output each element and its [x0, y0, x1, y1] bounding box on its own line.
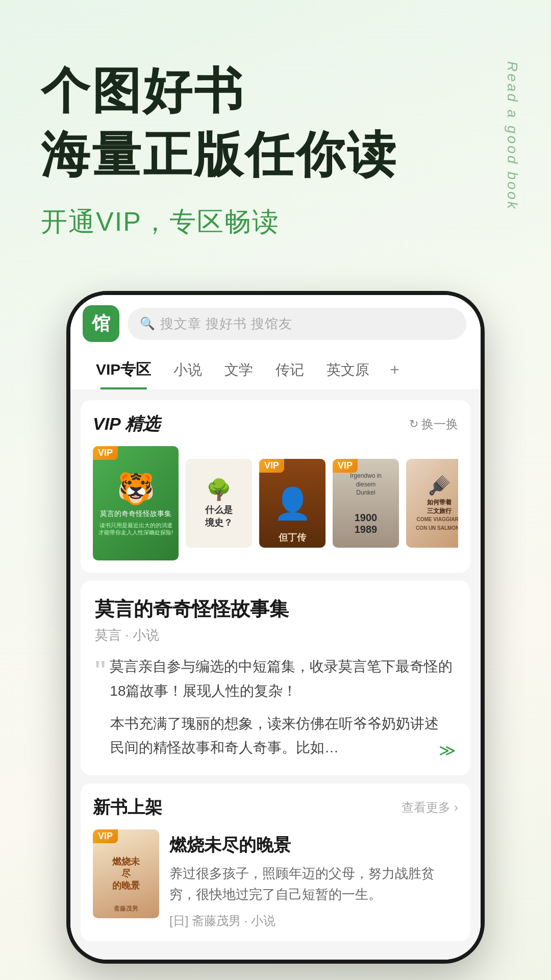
book-1-title: 莫言的奇奇怪怪故事集 — [100, 509, 171, 518]
content-area: VIP 精选 ↻ 换一换 VIP 🐯 莫言 — [70, 390, 481, 960]
featured-desc-1: 莫言亲自参与编选的中短篇集，收录莫言笔下最奇怪的18篇故事！展现人性的复杂！ — [95, 654, 456, 703]
book-4-years: 19001989 — [355, 512, 378, 535]
new-books-header: 新书上架 查看更多 › — [93, 796, 458, 819]
hero-title-sub: 海量正版任你读 — [41, 125, 510, 184]
featured-book-description: " 莫言亲自参与编选的中短篇集，收录莫言笔下最奇怪的18篇故事！展现人性的复杂！ — [95, 654, 456, 703]
hero-section: 个图好书 海量正版任你读 开通VIP，专区畅读 Read a good book — [0, 0, 551, 271]
quote-mark-icon: " — [95, 659, 106, 684]
app-topbar: 馆 🔍 搜文章 搜好书 搜馆友 — [70, 295, 481, 350]
vip-badge-3: VIP — [259, 459, 284, 473]
featured-desc-row: 本书充满了瑰丽的想象，读来仿佛在听爷爷奶奶讲述民间的精怪故事和奇人奇事。比如… … — [95, 712, 456, 760]
vip-badge-4: VIP — [333, 459, 358, 473]
new-books-title: 新书上架 — [93, 796, 162, 819]
new-book-author-overlay: 斋藤茂男 — [96, 904, 156, 913]
phone-mockup: 馆 🔍 搜文章 搜好书 搜馆友 VIP专区 小说 文学 传记 英文原 + — [66, 291, 485, 964]
book-cover-5[interactable]: 🪮 如何带着三文旅行COME VIAGGIARECON UN SALMONE — [406, 459, 458, 548]
book-cover-1[interactable]: VIP 🐯 莫言的奇奇怪怪故事集 读书只用是最近出大的的消遣才能带你走入人性深幽… — [93, 446, 179, 560]
tab-english[interactable]: 英文原 — [315, 351, 381, 389]
new-book-author-text: [日] 斋藤茂男 · 小说 — [169, 913, 458, 929]
tab-literature[interactable]: 文学 — [213, 351, 264, 389]
new-book-title-overlay: 燃烧未尽的晚景 — [110, 856, 143, 892]
new-book-info: 燃烧未尽的晚景 养过很多孩子，照顾年迈的父母，努力战胜贫穷，很快地过完了自己短暂… — [169, 829, 458, 929]
vip-books-row: VIP 🐯 莫言的奇奇怪怪故事集 读书只用是最近出大的的消遣才能带你走入人性深幽… — [93, 446, 458, 560]
vip-section-title: VIP 精选 — [93, 412, 160, 436]
tab-add-button[interactable]: + — [385, 351, 405, 388]
comb-icon: 🪮 — [428, 475, 451, 496]
side-decorative-text: Read a good book — [504, 61, 520, 211]
featured-book-title[interactable]: 莫言的奇奇怪怪故事集 — [95, 596, 456, 622]
refresh-button[interactable]: ↻ 换一换 — [409, 416, 458, 432]
expand-icon[interactable]: ≫ — [439, 741, 456, 760]
new-books-section: 新书上架 查看更多 › VIP 燃烧未尽的晚景 斋藤茂男 — [81, 783, 470, 941]
phone-screen: 馆 🔍 搜文章 搜好书 搜馆友 VIP专区 小说 文学 传记 英文原 + — [70, 295, 481, 960]
search-bar[interactable]: 🔍 搜文章 搜好书 搜馆友 — [128, 308, 466, 340]
featured-book-section: 莫言的奇奇怪怪故事集 莫言 · 小说 " 莫言亲自参与编选的中短篇集，收录莫言笔… — [81, 581, 470, 775]
app-logo-text: 馆 — [92, 311, 110, 336]
tree-icon: 🌳 — [206, 478, 232, 502]
refresh-label: 换一换 — [421, 416, 458, 432]
see-more-button[interactable]: 查看更多 › — [402, 799, 458, 816]
book-5-title: 如何带着三文旅行COME VIAGGIARECON UN SALMONE — [416, 498, 458, 532]
new-book-vip-badge: VIP — [93, 829, 118, 843]
book-cover-3[interactable]: VIP 👤 但丁传 — [259, 459, 325, 548]
vip-section-header: VIP 精选 ↻ 换一换 — [93, 412, 458, 436]
featured-book-author: 莫言 · 小说 — [95, 626, 456, 644]
tabs-bar: VIP专区 小说 文学 传记 英文原 + — [70, 350, 481, 390]
book-cover-4[interactable]: VIP Irgendwo indiesemDunkel 19001989 — [333, 459, 399, 548]
book-3-title: 但丁传 — [259, 531, 325, 544]
tab-vip[interactable]: VIP专区 — [85, 350, 162, 389]
new-book-cover: VIP 燃烧未尽的晚景 斋藤茂男 — [93, 829, 159, 918]
book-4-subtitle: Irgendwo indiesemDunkel — [350, 472, 382, 497]
tab-biography[interactable]: 传记 — [264, 351, 315, 389]
vip-section: VIP 精选 ↻ 换一换 VIP 🐯 莫言 — [81, 400, 470, 573]
vip-badge-1: VIP — [93, 446, 118, 460]
book-1-subtitle: 读书只用是最近出大的的消遣才能带你走入人性深幽处探险! — [98, 522, 173, 536]
featured-desc-2: 本书充满了瑰丽的想象，读来仿佛在听爷爷奶奶讲述民间的精怪故事和奇人奇事。比如… — [110, 712, 439, 760]
search-placeholder: 搜文章 搜好书 搜馆友 — [160, 315, 292, 333]
new-book-main-title: 燃烧未尽的晚景 — [169, 834, 458, 857]
book-2-title: 什么是境史？ — [205, 504, 233, 529]
refresh-icon: ↻ — [409, 418, 418, 431]
search-icon: 🔍 — [140, 316, 155, 331]
app-logo: 馆 — [83, 305, 119, 342]
tab-novel[interactable]: 小说 — [162, 351, 213, 389]
phone-mockup-wrapper: 馆 🔍 搜文章 搜好书 搜馆友 VIP专区 小说 文学 传记 英文原 + — [0, 291, 551, 964]
hero-title-main: 个图好书 — [41, 61, 510, 120]
new-book-item[interactable]: VIP 燃烧未尽的晚景 斋藤茂男 燃烧未尽的晚景 养过很多孩子，照顾年迈的父母，… — [93, 829, 458, 929]
tiger-icon: 🐯 — [117, 471, 155, 507]
hero-vip-text: 开通VIP，专区畅读 — [41, 204, 510, 240]
profile-icon: 👤 — [273, 485, 312, 522]
new-book-desc: 养过很多孩子，照顾年迈的父母，努力战胜贫穷，很快地过完了自己短暂的一生。 — [169, 863, 458, 905]
book-cover-2[interactable]: 🌳 什么是境史？ — [186, 459, 252, 548]
